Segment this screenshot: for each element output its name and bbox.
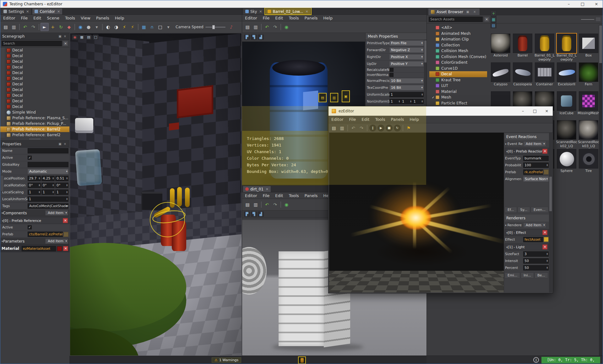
asset-item[interactable]: ExcelsiorII	[556, 62, 578, 91]
asset-item[interactable]: IceCube	[556, 91, 578, 120]
scenegraph-item[interactable]: Decal	[0, 47, 69, 53]
render-mode-icon[interactable]: ▦	[79, 35, 85, 40]
asset-item[interactable]: ScannedRock02_LQ	[556, 120, 578, 148]
asset-item[interactable]: Box	[578, 33, 600, 62]
asset-type-item[interactable]: LUT	[429, 83, 487, 89]
redo-icon[interactable]: ↷	[271, 201, 279, 209]
scenegraph-item[interactable]: Decal	[0, 98, 69, 104]
primitive-type-select[interactable]: From File	[389, 40, 424, 46]
asset-type-item[interactable]: Collection	[429, 42, 487, 48]
panel-splitter[interactable]	[0, 138, 69, 141]
scenegraph-item[interactable]: Prefab Reference: Pickup_P...	[0, 121, 69, 126]
separator[interactable]	[280, 201, 281, 208]
menu-item[interactable]: File	[260, 193, 272, 198]
document-tab[interactable]: Corridor ×	[32, 8, 62, 14]
view-layout-icon[interactable]: ▤	[86, 35, 92, 40]
asset-transform-icon[interactable]: ◉	[282, 23, 291, 31]
panel-tab[interactable]: Sy...	[518, 207, 530, 213]
uniform-scaling-spinner[interactable]: 1	[389, 92, 424, 97]
scenegraph-item[interactable]: Decal	[0, 64, 69, 70]
whitebox-icon[interactable]: □	[156, 23, 164, 31]
close-button[interactable]: ×	[589, 0, 603, 8]
play-scene-icon[interactable]: ◐	[104, 23, 112, 31]
maximize-view-icon[interactable]: □	[93, 35, 99, 40]
panel-float-icon[interactable]: ▣	[57, 142, 62, 146]
maximize-button[interactable]: □	[529, 106, 541, 115]
scenegraph-item[interactable]: Decal	[0, 53, 69, 59]
panel-scrollbar[interactable]	[549, 133, 552, 292]
grid-snap-icon[interactable]: ▦	[140, 23, 148, 31]
scenegraph-item[interactable]: Decal	[0, 93, 69, 98]
asset-item[interactable]: Barrel	[512, 33, 534, 62]
add-component-button[interactable]: Add Item	[45, 210, 68, 216]
transform-all-icon[interactable]: +	[491, 10, 497, 16]
copy-icon[interactable]: ▥	[252, 23, 260, 31]
separator[interactable]	[19, 24, 20, 30]
viewport-quad-icon[interactable]: ▟	[258, 35, 264, 40]
asset-picker-button[interactable]	[63, 232, 68, 237]
pivot-icon[interactable]: ●	[84, 23, 93, 31]
scenegraph-item[interactable]: Decal	[0, 76, 69, 81]
viewport-split-icon[interactable]: ▛	[244, 35, 250, 40]
menu-item[interactable]: Editor	[242, 193, 260, 198]
floating-titlebar[interactable]: ezEditor – □ ×	[329, 106, 553, 116]
scenegraph-search-input[interactable]: Search	[2, 41, 62, 46]
warnings-button[interactable]: ⚠ 1 Warnings	[212, 357, 241, 363]
separator[interactable]	[138, 24, 139, 30]
alignment-select[interactable]: Surface Non	[523, 176, 549, 182]
pause-scene-icon[interactable]: ◑	[112, 23, 120, 31]
tab-close-icon[interactable]: ×	[305, 9, 308, 13]
remove-renderer-icon[interactable]: ×	[542, 244, 547, 249]
speaker-icon[interactable]: ♪	[227, 23, 236, 31]
menu-item[interactable]: Scene	[44, 16, 62, 20]
asset-item[interactable]: ScannedRock03_LQ	[578, 120, 600, 148]
document-tab[interactable]: Settings ×	[1, 8, 31, 14]
intensity-spinner[interactable]: 50	[523, 258, 549, 264]
rotation-y-spinner[interactable]: 0°	[41, 183, 55, 188]
viewport-split-icon[interactable]: ▛	[244, 211, 250, 217]
asset-item[interactable]: Sphere	[556, 148, 578, 177]
menu-item[interactable]: File	[18, 16, 30, 20]
restart-sim-icon[interactable]: ■	[386, 125, 393, 131]
effect-asset-input[interactable]: fectAsset	[523, 237, 543, 242]
play-sim-icon[interactable]: ▶	[378, 125, 384, 131]
asset-type-item[interactable]: ColorGradient	[429, 60, 487, 66]
remove-component-icon[interactable]: ×	[63, 218, 68, 223]
scale-z-spinner[interactable]: 1	[55, 190, 68, 195]
event-type-input[interactable]: burnmark	[523, 156, 549, 161]
separator[interactable]	[102, 24, 103, 30]
camera-speed-slider[interactable]	[205, 27, 225, 28]
active-checkbox[interactable]: ✓	[28, 156, 32, 160]
menu-item[interactable]: Tools	[286, 193, 302, 198]
texcoord-precision-select[interactable]: 16 Bit	[389, 85, 424, 90]
search-clear-icon[interactable]: ×	[63, 41, 68, 46]
menu-item[interactable]: Tools	[62, 16, 78, 20]
menu-item[interactable]: File	[346, 117, 359, 122]
panel-tab[interactable]: Ef...	[505, 207, 517, 213]
name-input[interactable]	[28, 148, 68, 153]
separator[interactable]	[367, 125, 367, 131]
maximize-button[interactable]: □	[576, 0, 589, 8]
save-icon[interactable]: ▤	[243, 201, 252, 209]
panel-tab[interactable]: Even...	[531, 207, 548, 213]
asset-item[interactable]: Fern	[578, 62, 600, 91]
scenegraph-item[interactable]: Decal	[0, 59, 69, 64]
menu-item[interactable]: Tools	[286, 16, 302, 20]
magnet-snap-icon[interactable]: ∩	[148, 23, 156, 31]
undo-icon[interactable]: ↶	[349, 124, 357, 132]
tags-select[interactable]: AutoColMesh|CastShadow	[28, 203, 68, 209]
asset-item[interactable]: Tire	[578, 148, 600, 177]
menu-item[interactable]: Help	[320, 16, 335, 20]
select-icon[interactable]: ►	[41, 23, 49, 31]
remove-parameter-icon[interactable]: ×	[63, 246, 68, 251]
asset-type-item[interactable]: Animation Clip	[429, 36, 487, 42]
snap-dropdown-icon[interactable]: ▾	[164, 23, 172, 31]
scale-y-spinner[interactable]: 1	[41, 190, 55, 195]
normal-precision-select[interactable]: 10 Bit	[389, 78, 424, 83]
separator[interactable]	[261, 201, 262, 208]
percentage-spinner[interactable]: 50	[523, 265, 549, 270]
log-pause-icon[interactable]: ∥	[533, 357, 539, 363]
simulate-speed-icon[interactable]: ⚡	[128, 23, 137, 31]
panel-tab[interactable]: Be...	[535, 272, 548, 278]
viewport-quad-icon[interactable]: ▟	[258, 211, 264, 217]
